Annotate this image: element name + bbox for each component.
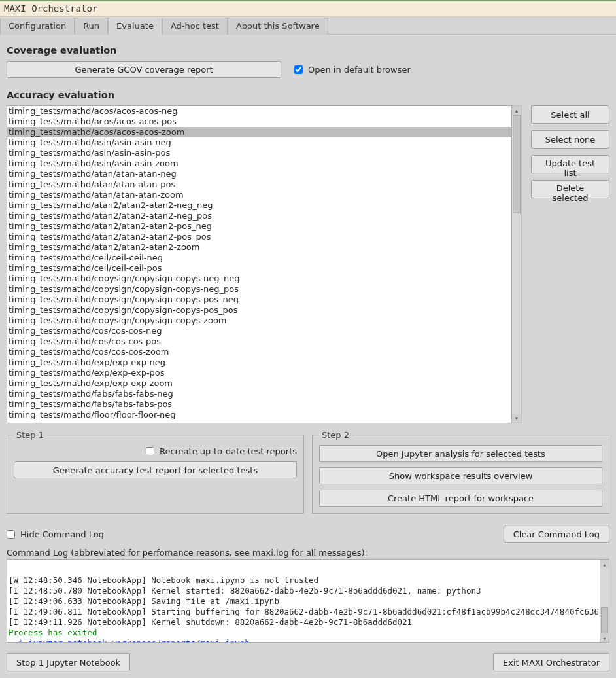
log-line: [I 12:48:50.780 NotebookApp] Kernel star… — [9, 586, 607, 596]
recreate-reports-checkbox[interactable] — [146, 447, 154, 455]
create-html-report-button[interactable]: Create HTML report for workspace — [319, 490, 602, 507]
test-list-item[interactable]: timing_tests/mathd/floor/floor-floor-neg — [7, 410, 511, 420]
test-list-container: timing_tests/mathd/acos/acos-acos-negtim… — [7, 105, 522, 423]
exit-button[interactable]: Exit MAXI Orchestrator — [493, 653, 609, 671]
test-list-scrollbar[interactable]: ▴ ▾ — [512, 105, 522, 423]
evaluate-panel: Coverage evaluation Generate GCOV covera… — [0, 35, 616, 518]
command-log[interactable]: [W 12:48:50.346 NotebookApp] Notebook ma… — [7, 559, 609, 643]
open-jupyter-button[interactable]: Open Jupyter analysis for selected tests — [319, 445, 602, 462]
log-scrollbar[interactable]: ▴ ▾ — [600, 560, 609, 642]
stop-jupyter-button[interactable]: Stop 1 Jupyter Notebook — [7, 653, 130, 671]
open-in-browser-label: Open in default browser — [308, 65, 411, 75]
test-list-item[interactable]: timing_tests/mathd/copysign/copysign-cop… — [7, 315, 511, 326]
test-list-item[interactable]: timing_tests/mathd/atan/atan-atan-pos — [7, 179, 511, 190]
log-section: Hide Command Log Clear Command Log Comma… — [0, 518, 616, 649]
update-test-list-button[interactable]: Update test list — [531, 155, 609, 173]
test-list-item[interactable]: timing_tests/mathd/acos/acos-acos-neg — [7, 106, 511, 116]
tab-configuration[interactable]: Configuration — [0, 18, 75, 35]
log-scroll-up-icon[interactable]: ▴ — [600, 560, 609, 568]
test-list-item[interactable]: timing_tests/mathd/atan2/atan2-atan2-pos… — [7, 221, 511, 232]
app-window: MAXI Orchestrator Configuration Run Eval… — [0, 0, 616, 678]
test-list-item[interactable]: timing_tests/mathd/exp/exp-exp-neg — [7, 357, 511, 368]
tab-about[interactable]: About this Software — [228, 18, 328, 35]
tab-run[interactable]: Run — [75, 18, 108, 35]
step2-group: Step 2 Open Jupyter analysis for selecte… — [312, 430, 609, 514]
coverage-heading: Coverage evaluation — [7, 45, 609, 56]
log-line: Process has exited — [9, 628, 607, 638]
test-list-item[interactable]: timing_tests/mathd/acos/acos-acos-pos — [7, 116, 511, 127]
test-list-item[interactable]: timing_tests/mathd/exp/exp-exp-zoom — [7, 378, 511, 389]
footer-bar: Stop 1 Jupyter Notebook Exit MAXI Orches… — [0, 649, 616, 678]
log-line: [I 12:49:06.633 NotebookApp] Saving file… — [9, 596, 607, 607]
test-list-item[interactable]: timing_tests/mathd/asin/asin-asin-pos — [7, 148, 511, 158]
step1-legend: Step 1 — [14, 430, 46, 440]
test-list-item[interactable]: timing_tests/mathd/fabs/fabs-fabs-neg — [7, 389, 511, 399]
test-list-item[interactable]: timing_tests/mathd/asin/asin-asin-neg — [7, 137, 511, 148]
delete-selected-button[interactable]: Delete selected — [531, 180, 609, 198]
test-list-item[interactable]: timing_tests/mathd/acos/acos-acos-zoom — [7, 127, 511, 137]
test-list-item[interactable]: timing_tests/mathd/atan2/atan2-atan2-neg… — [7, 200, 511, 211]
test-list-item[interactable]: timing_tests/mathd/ceil/ceil-ceil-neg — [7, 253, 511, 263]
test-list-item[interactable]: timing_tests/mathd/asin/asin-asin-zoom — [7, 158, 511, 169]
log-line: [I 12:49:11.926 NotebookApp] Kernel shut… — [9, 617, 607, 628]
test-list-item[interactable]: timing_tests/mathd/copysign/copysign-cop… — [7, 274, 511, 284]
log-heading: Command Log (abbreviated for perfomance … — [7, 548, 609, 558]
test-list-item[interactable]: timing_tests/mathd/atan2/atan2-atan2-pos… — [7, 232, 511, 242]
list-action-buttons: Select all Select none Update test list … — [531, 105, 609, 423]
recreate-reports-label: Recreate up-to-date test reports — [160, 446, 297, 456]
test-list-item[interactable]: timing_tests/mathd/copysign/copysign-cop… — [7, 294, 511, 305]
test-list-item[interactable]: timing_tests/mathd/cos/cos-cos-zoom — [7, 347, 511, 357]
test-list-item[interactable]: timing_tests/mathd/ceil/ceil-ceil-pos — [7, 263, 511, 274]
hide-log-checkbox[interactable] — [7, 530, 15, 539]
hide-log-option[interactable]: Hide Command Log — [7, 529, 104, 539]
select-none-button[interactable]: Select none — [531, 130, 609, 149]
test-list-item[interactable]: timing_tests/mathd/atan/atan-atan-zoom — [7, 190, 511, 200]
test-list-item[interactable]: timing_tests/mathd/fabs/fabs-fabs-pos — [7, 399, 511, 410]
generate-accuracy-report-button[interactable]: Generate accuracy test report for select… — [14, 461, 297, 478]
recreate-reports-option[interactable]: Recreate up-to-date test reports — [14, 445, 297, 456]
tab-bar: Configuration Run Evaluate Ad-hoc test A… — [0, 17, 616, 35]
log-line: . $ jupyter notebook workspace/reports/m… — [9, 638, 607, 643]
accuracy-heading: Accuracy evaluation — [7, 90, 609, 100]
tab-evaluate[interactable]: Evaluate — [108, 18, 162, 35]
test-list-item[interactable]: timing_tests/mathd/exp/exp-exp-pos — [7, 368, 511, 378]
tab-adhoc-test[interactable]: Ad-hoc test — [162, 18, 228, 35]
test-list-item[interactable]: timing_tests/mathd/cos/cos-cos-pos — [7, 336, 511, 347]
clear-log-button[interactable]: Clear Command Log — [504, 526, 609, 543]
log-scroll-down-icon[interactable]: ▾ — [600, 633, 609, 642]
test-list-item[interactable]: timing_tests/mathd/cos/cos-cos-neg — [7, 326, 511, 336]
step1-group: Step 1 Recreate up-to-date test reports … — [7, 430, 304, 514]
show-overview-button[interactable]: Show workspace results overview — [319, 467, 602, 484]
test-list-item[interactable]: timing_tests/mathd/atan2/atan2-atan2-neg… — [7, 211, 511, 221]
scroll-thumb[interactable] — [513, 115, 521, 213]
window-title: MAXI Orchestrator — [0, 1, 616, 17]
test-list-item[interactable]: timing_tests/mathd/copysign/copysign-cop… — [7, 305, 511, 315]
test-listbox[interactable]: timing_tests/mathd/acos/acos-acos-negtim… — [7, 105, 512, 423]
test-list-item[interactable]: timing_tests/mathd/atan/atan-atan-neg — [7, 169, 511, 179]
generate-gcov-button[interactable]: Generate GCOV coverage report — [7, 61, 281, 78]
scroll-up-icon[interactable]: ▴ — [512, 106, 521, 115]
log-scroll-thumb[interactable] — [601, 607, 608, 633]
hide-log-label: Hide Command Log — [20, 529, 104, 539]
open-in-browser-option[interactable]: Open in default browser — [294, 65, 411, 75]
scroll-down-icon[interactable]: ▾ — [512, 414, 521, 423]
log-line: [W 12:48:50.346 NotebookApp] Notebook ma… — [9, 575, 607, 586]
select-all-button[interactable]: Select all — [531, 105, 609, 124]
step2-legend: Step 2 — [319, 430, 352, 440]
log-line: [I 12:49:06.811 NotebookApp] Starting bu… — [9, 607, 607, 617]
test-list-item[interactable]: timing_tests/mathd/copysign/copysign-cop… — [7, 284, 511, 294]
test-list-item[interactable]: timing_tests/mathd/atan2/atan2-atan2-zoo… — [7, 242, 511, 253]
open-in-browser-checkbox[interactable] — [294, 65, 303, 74]
